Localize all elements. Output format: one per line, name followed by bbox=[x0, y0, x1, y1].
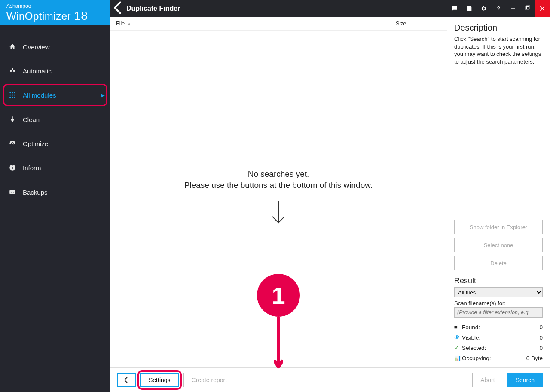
svg-text:?: ? bbox=[497, 6, 500, 12]
grid-icon bbox=[8, 91, 17, 99]
description-heading: Description bbox=[454, 23, 543, 33]
found-label: Found: bbox=[462, 324, 539, 331]
sidebar: Ashampoo WinOptimizer 18 Overview Automa… bbox=[0, 17, 110, 392]
file-list-panel: File ▲ Size No searches yet. Please use … bbox=[110, 17, 447, 368]
check-icon: ✓ bbox=[454, 344, 462, 351]
home-icon bbox=[8, 43, 17, 51]
arrow-down-icon bbox=[269, 199, 288, 229]
svg-point-11 bbox=[12, 95, 13, 96]
sidebar-item-label: All modules bbox=[23, 92, 56, 99]
column-file[interactable]: File ▲ bbox=[110, 21, 391, 27]
selected-label: Selected: bbox=[462, 345, 539, 351]
sidebar-item-automatic[interactable]: Automatic bbox=[0, 59, 110, 83]
svg-point-5 bbox=[13, 70, 15, 72]
feedback-icon[interactable] bbox=[447, 0, 462, 17]
empty-line2: Please use the buttons at the bottom of … bbox=[184, 181, 373, 190]
svg-rect-19 bbox=[9, 190, 15, 194]
filter-label: Scan filename(s) for: bbox=[454, 300, 543, 306]
svg-point-14 bbox=[12, 97, 13, 98]
sidebar-item-inform[interactable]: Inform bbox=[0, 156, 110, 180]
sidebar-item-label: Optimize bbox=[23, 140, 48, 147]
result-heading: Result bbox=[454, 276, 543, 285]
svg-rect-3 bbox=[526, 6, 530, 9]
chart-icon: 📊 bbox=[454, 355, 462, 361]
search-button[interactable]: Search bbox=[507, 373, 543, 387]
eye-icon: 👁 bbox=[454, 334, 462, 341]
sidebar-item-label: Clean bbox=[23, 116, 40, 123]
settings-button[interactable]: Settings bbox=[140, 373, 179, 387]
sidebar-item-label: Backups bbox=[23, 189, 48, 196]
select-none-button[interactable]: Select none bbox=[454, 238, 543, 252]
occupying-value: 0 Byte bbox=[526, 355, 543, 361]
svg-point-21 bbox=[13, 192, 14, 193]
sidebar-item-label: Inform bbox=[23, 164, 41, 172]
svg-rect-17 bbox=[12, 167, 13, 169]
notes-icon[interactable] bbox=[462, 0, 477, 17]
found-value: 0 bbox=[539, 324, 543, 331]
back-arrow-icon[interactable] bbox=[110, 0, 126, 18]
close-icon[interactable] bbox=[535, 0, 550, 17]
svg-point-10 bbox=[9, 95, 11, 96]
page-title: Duplicate Finder bbox=[126, 5, 180, 12]
result-select[interactable]: All files bbox=[454, 287, 543, 297]
create-report-button[interactable]: Create report bbox=[183, 373, 235, 387]
svg-point-20 bbox=[11, 192, 12, 193]
empty-line1: No searches yet. bbox=[248, 169, 309, 179]
description-panel: Description Click "Search" to start scan… bbox=[447, 17, 550, 368]
brand-logo: Ashampoo WinOptimizer 18 bbox=[0, 0, 110, 24]
sidebar-item-overview[interactable]: Overview bbox=[0, 35, 110, 59]
info-icon bbox=[8, 163, 17, 172]
gauge-icon bbox=[8, 139, 17, 148]
selected-value: 0 bbox=[539, 345, 543, 351]
back-button[interactable] bbox=[117, 373, 136, 387]
filter-input[interactable] bbox=[454, 307, 543, 318]
gear-icon[interactable] bbox=[477, 0, 491, 17]
backup-icon bbox=[8, 188, 17, 196]
empty-state: No searches yet. Please use the buttons … bbox=[110, 31, 447, 368]
bottom-bar: Settings Create report Abort Search bbox=[110, 368, 550, 392]
sidebar-item-clean[interactable]: Clean bbox=[0, 107, 110, 132]
sidebar-item-optimize[interactable]: Optimize bbox=[0, 132, 110, 156]
show-folder-button[interactable]: Show folder in Explorer bbox=[454, 220, 543, 234]
svg-point-13 bbox=[9, 97, 11, 98]
occupying-label: Occupying: bbox=[462, 355, 526, 361]
visible-label: Visible: bbox=[462, 334, 539, 341]
broom-icon bbox=[8, 115, 17, 124]
abort-button[interactable]: Abort bbox=[472, 373, 503, 387]
svg-point-12 bbox=[14, 95, 15, 96]
column-headers[interactable]: File ▲ Size bbox=[110, 17, 447, 31]
svg-point-9 bbox=[14, 92, 15, 93]
svg-rect-2 bbox=[526, 6, 529, 10]
maximize-icon[interactable] bbox=[520, 0, 535, 17]
minimize-icon[interactable] bbox=[506, 0, 520, 17]
svg-point-7 bbox=[9, 92, 11, 93]
description-text: Click "Search" to start scanning for dup… bbox=[454, 35, 543, 65]
svg-point-4 bbox=[10, 70, 12, 72]
sidebar-item-all-modules[interactable]: All modules ▶ bbox=[0, 83, 110, 107]
svg-rect-18 bbox=[12, 166, 13, 167]
svg-rect-1 bbox=[511, 8, 515, 9]
column-size[interactable]: Size bbox=[391, 21, 447, 27]
automatic-icon bbox=[8, 67, 17, 75]
visible-value: 0 bbox=[539, 334, 543, 341]
sidebar-item-label: Overview bbox=[23, 43, 50, 51]
sort-asc-icon: ▲ bbox=[127, 21, 131, 26]
sidebar-item-label: Automatic bbox=[23, 67, 52, 75]
list-icon: ≡ bbox=[454, 324, 462, 331]
delete-button[interactable]: Delete bbox=[454, 256, 543, 270]
svg-point-6 bbox=[12, 68, 14, 70]
chevron-right-icon: ▶ bbox=[101, 93, 105, 98]
svg-point-15 bbox=[14, 97, 15, 98]
help-icon[interactable]: ? bbox=[491, 0, 506, 17]
svg-point-8 bbox=[12, 92, 13, 93]
sidebar-item-backups[interactable]: Backups bbox=[0, 180, 110, 204]
